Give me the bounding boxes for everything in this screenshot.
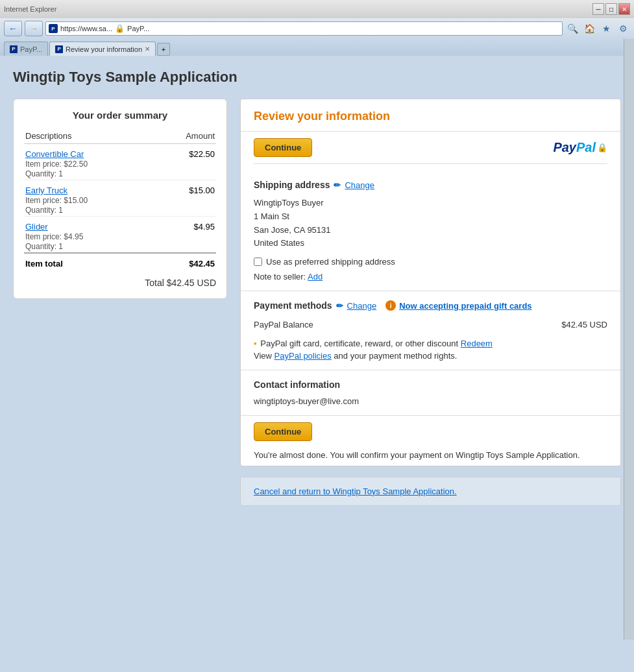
gift-icon: ▪ — [254, 339, 257, 348]
policies-suffix: and your payment method rights. — [334, 351, 457, 361]
address-name: WingtipToys Buyer — [254, 197, 607, 210]
shipping-heading: Shipping address ✏ Change — [254, 180, 607, 190]
review-header: Review your information — [241, 99, 620, 132]
minimize-button[interactable]: ─ — [592, 3, 604, 15]
home-icon[interactable]: 🏠 — [582, 21, 596, 36]
tab-review[interactable]: P Review your information ✕ — [49, 42, 156, 56]
page-title: Wingtip Toys Sample Application — [13, 69, 621, 86]
payment-section: Payment methods ✏ Change i Now accepting… — [241, 291, 620, 370]
lock-icon-paypal: 🔒 — [597, 143, 607, 152]
review-title: Review your information — [254, 110, 607, 123]
window-controls: ─ □ ✕ — [592, 3, 630, 15]
cancel-link[interactable]: Cancel and return to Wingtip Toys Sample… — [254, 486, 457, 496]
note-label: Note to seller: — [254, 272, 306, 282]
col-description: Descriptions — [24, 128, 153, 144]
order-summary-panel: Your order summary Descriptions Amount C… — [13, 99, 227, 299]
cancel-section: Cancel and return to Wingtip Toys Sample… — [240, 477, 621, 506]
item-qty: Quantity: 1 — [25, 242, 63, 251]
order-table: Descriptions Amount Convertible Car Item… — [24, 128, 216, 270]
site-name: PayP... — [127, 25, 149, 32]
contact-section: Contact information wingtiptoys-buyer@li… — [241, 370, 620, 416]
table-row: Glider Item price: $4.95 Quantity: 1 $4.… — [24, 217, 216, 254]
continue-button-bottom[interactable]: Continue — [254, 422, 312, 441]
settings-icon[interactable]: ⚙ — [616, 21, 630, 36]
scrollbar[interactable] — [624, 39, 634, 640]
new-tab-button[interactable]: + — [157, 43, 170, 56]
continue-bottom-area: Continue You're almost done. You will co… — [241, 416, 620, 466]
item-total-amount: $42.45 — [153, 253, 216, 270]
continue-button-top[interactable]: Continue — [254, 138, 312, 157]
gift-card-row: ▪ PayPal gift card, certificate, reward,… — [254, 339, 607, 348]
item-qty: Quantity: 1 — [25, 169, 63, 178]
confirmation-text: You're almost done. You will confirm you… — [254, 449, 607, 462]
order-summary-title: Your order summary — [24, 110, 216, 121]
preferred-address-row: Use as preferred shipping address — [254, 257, 607, 267]
item-total-label: Item total — [24, 253, 153, 270]
item-price: Item price: $4.95 — [25, 232, 83, 241]
review-body: Continue PayPal 🔒 — [241, 132, 620, 466]
tab-favicon-2: P — [55, 45, 63, 53]
item-link[interactable]: Glider — [25, 222, 48, 232]
paypal-policies-link[interactable]: PayPal policies — [274, 351, 332, 361]
grand-total: Total $42.45 USD — [24, 278, 216, 288]
address-line2: San Jose, CA 95131 — [254, 224, 607, 237]
review-panel: Review your information Continue PayPal … — [240, 99, 621, 466]
shipping-address: WingtipToys Buyer 1 Main St San Jose, CA… — [254, 197, 607, 250]
table-row: Convertible Car Item price: $22.50 Quant… — [24, 144, 216, 180]
payment-label: Payment methods — [254, 300, 332, 311]
item-price: Item price: $22.50 — [25, 160, 88, 169]
tabs-bar: P PayP... P Review your information ✕ + — [0, 39, 634, 56]
pay-text: Pay — [553, 140, 576, 154]
note-add-link[interactable]: Add — [308, 272, 323, 282]
close-button[interactable]: ✕ — [618, 3, 630, 15]
payment-method-name: PayPal Balance — [254, 320, 313, 330]
tab-favicon: P — [10, 45, 18, 53]
browser-window: Internet Explorer ─ □ ✕ ← → P https://ww… — [0, 0, 634, 640]
address-country: United States — [254, 237, 607, 250]
contact-label: Contact information — [254, 379, 340, 390]
policies-row: View PayPal policies and your payment me… — [254, 351, 607, 361]
redeem-link[interactable]: Redeem — [461, 339, 493, 348]
item-amount: $22.50 — [153, 144, 216, 180]
pal-text: Pal — [576, 140, 596, 154]
tab-paypal[interactable]: P PayP... — [4, 42, 48, 56]
preferred-address-checkbox[interactable] — [254, 258, 262, 266]
note-row: Note to seller: Add — [254, 272, 607, 282]
main-layout: Your order summary Descriptions Amount C… — [13, 99, 621, 466]
site-favicon: P — [49, 24, 58, 33]
preferred-address-label: Use as preferred shipping address — [266, 257, 395, 267]
search-icon[interactable]: 🔍 — [565, 21, 579, 36]
lock-icon: 🔒 — [115, 24, 125, 33]
address-bar: ← → P https://www.sa... 🔒 PayP... 🔍 🏠 ★ … — [0, 18, 634, 39]
col-amount: Amount — [153, 128, 216, 144]
item-amount: $15.00 — [153, 180, 216, 217]
restore-button[interactable]: □ — [605, 3, 617, 15]
shipping-label: Shipping address — [254, 180, 330, 190]
payment-method-amount: $42.45 USD — [561, 320, 607, 330]
item-link[interactable]: Convertible Car — [25, 149, 84, 159]
payment-change-link[interactable]: Change — [347, 301, 377, 311]
url-bar[interactable]: P https://www.sa... 🔒 PayP... — [45, 21, 563, 36]
shipping-change-link[interactable]: Change — [345, 180, 374, 190]
page-content: Wingtip Toys Sample Application Your ord… — [0, 56, 634, 640]
item-link[interactable]: Early Truck — [25, 186, 67, 195]
title-bar: Internet Explorer ─ □ ✕ — [0, 0, 634, 18]
shipping-section: Shipping address ✏ Change WingtipToys Bu… — [241, 171, 620, 291]
favorites-icon[interactable]: ★ — [599, 21, 613, 36]
tab-label-active: Review your information — [66, 45, 142, 53]
item-price: Item price: $15.00 — [25, 196, 88, 205]
payment-heading: Payment methods ✏ Change i Now accepting… — [254, 300, 607, 311]
back-button[interactable]: ← — [4, 21, 22, 36]
prepaid-gift-cards-link[interactable]: Now accepting prepaid gift cards — [399, 301, 531, 311]
payment-edit-icon: ✏ — [336, 301, 343, 311]
address-line1: 1 Main St — [254, 210, 607, 224]
paypal-branding: PayPal 🔒 — [553, 140, 607, 155]
item-amount: $4.95 — [153, 217, 216, 254]
item-qty: Quantity: 1 — [25, 206, 63, 215]
tab-close-button[interactable]: ✕ — [145, 45, 150, 53]
gift-card-text: PayPal gift card, certificate, reward, o… — [260, 339, 458, 348]
table-row: Early Truck Item price: $15.00 Quantity:… — [24, 180, 216, 217]
view-text: View — [254, 351, 272, 361]
forward-button[interactable]: → — [25, 21, 43, 36]
shipping-edit-icon: ✏ — [334, 180, 341, 190]
